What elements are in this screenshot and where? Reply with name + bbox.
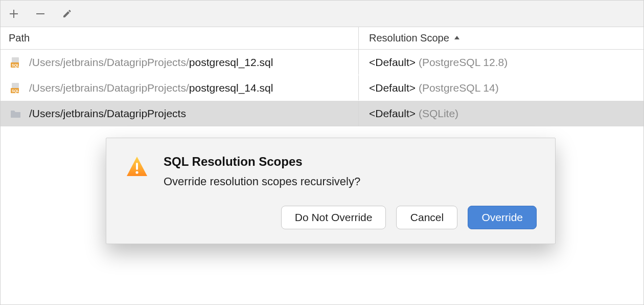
settings-panel: Path Resolution Scope SQL /Users/jetbrai… [0,0,644,305]
table-row[interactable]: SQL /Users/jetbrains/DatagripProjects/po… [1,75,643,101]
pencil-icon [62,9,72,19]
toolbar [1,1,643,27]
header-scope[interactable]: Resolution Scope [358,27,643,49]
dialog-title: SQL Resolution Scopes [164,155,360,169]
svg-point-7 [135,171,138,173]
sort-ascending-icon [453,32,461,44]
minus-icon [35,9,45,19]
scope-text: <Default> (PostgreSQL 12.8) [369,56,508,69]
svg-text:SQL: SQL [12,89,19,93]
header-scope-label: Resolution Scope [369,32,449,44]
sql-file-icon: SQL [9,81,23,95]
scope-text: <Default> (SQLite) [369,107,458,120]
svg-text:SQL: SQL [12,63,19,68]
confirmation-dialog: SQL Resolution Scopes Override resolutio… [106,138,556,244]
table-row[interactable]: /Users/jetbrains/DatagripProjects <Defau… [1,101,643,126]
override-button[interactable]: Override [468,206,537,229]
path-text: /Users/jetbrains/DatagripProjects/postgr… [29,56,273,69]
path-text: /Users/jetbrains/DatagripProjects [29,107,186,120]
dialog-buttons: Do Not Override Cancel Override [125,206,537,229]
edit-button[interactable] [60,7,74,21]
sql-file-icon: SQL [9,55,23,70]
warning-icon [125,155,149,179]
svg-rect-6 [136,163,138,170]
table-header: Path Resolution Scope [1,27,643,50]
table-body: SQL /Users/jetbrains/DatagripProjects/po… [1,50,643,126]
cancel-button[interactable]: Cancel [396,206,457,229]
do-not-override-button[interactable]: Do Not Override [281,206,386,229]
header-path[interactable]: Path [9,32,30,43]
folder-icon [9,106,23,121]
remove-button[interactable] [33,7,48,21]
scope-text: <Default> (PostgreSQL 14) [369,82,499,94]
path-text: /Users/jetbrains/DatagripProjects/postgr… [29,82,273,94]
add-button[interactable] [7,7,21,21]
table-row[interactable]: SQL /Users/jetbrains/DatagripProjects/po… [1,50,643,75]
dialog-message: Override resolution scopes recursively? [164,175,360,188]
plus-icon [9,9,19,19]
